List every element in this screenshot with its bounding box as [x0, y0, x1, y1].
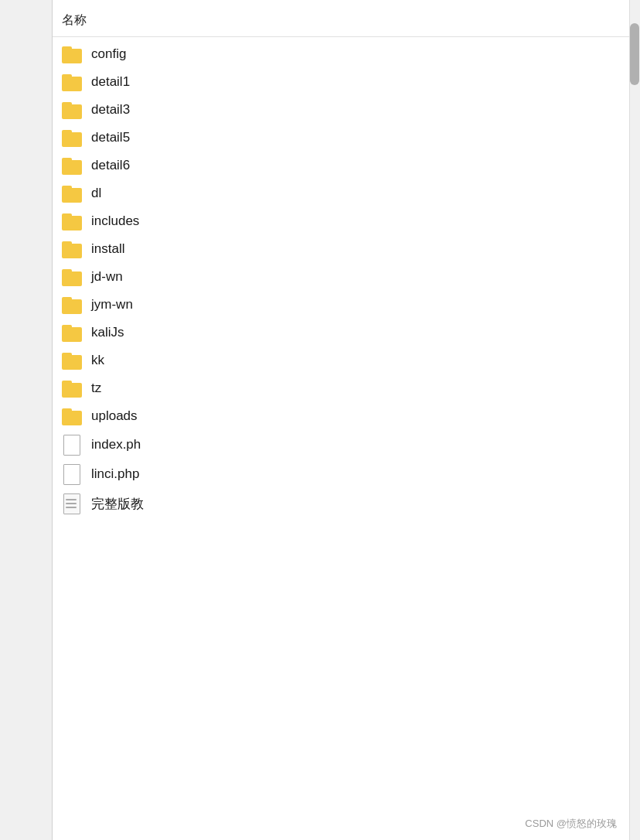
folder-icon	[62, 73, 83, 91]
file-name-label: install	[91, 241, 124, 257]
list-item[interactable]: tz	[53, 374, 640, 402]
folder-icon	[62, 45, 83, 63]
file-name-label: uploads	[91, 408, 138, 424]
folder-icon	[62, 101, 83, 119]
folder-icon	[62, 351, 83, 370]
list-item[interactable]: jym-wn	[53, 291, 640, 319]
watermark-text: CSDN @愤怒的玫瑰	[525, 818, 617, 829]
folder-icon	[62, 295, 83, 314]
file-name-label: detail6	[91, 158, 130, 173]
list-item[interactable]: kk	[53, 347, 640, 374]
file-name-label: jd-wn	[91, 269, 123, 285]
list-item[interactable]: includes	[53, 207, 640, 235]
list-item[interactable]: detail1	[53, 68, 640, 96]
list-item[interactable]: linci.php	[53, 459, 640, 489]
folder-icon	[62, 268, 83, 286]
left-panel	[0, 0, 53, 840]
folder-icon	[62, 240, 83, 258]
file-name-label: kk	[91, 353, 104, 368]
list-item[interactable]: kaliJs	[53, 319, 640, 347]
file-icon	[62, 434, 83, 456]
list-item[interactable]: 完整版教	[53, 489, 640, 518]
file-icon	[62, 463, 83, 485]
folder-icon	[62, 379, 83, 398]
list-item[interactable]: detail6	[53, 152, 640, 179]
list-item[interactable]: uploads	[53, 402, 640, 430]
folder-icon	[62, 184, 83, 203]
main-content: 名称 configdetail1detail3detail5detail6dli…	[53, 0, 640, 840]
watermark: CSDN @愤怒的玫瑰	[525, 817, 617, 831]
list-item[interactable]: dl	[53, 179, 640, 207]
column-name-label: 名称	[62, 13, 87, 26]
file-name-label: linci.php	[91, 466, 139, 482]
file-explorer: 名称 configdetail1detail3detail5detail6dli…	[0, 0, 640, 840]
folder-icon	[62, 407, 83, 425]
file-name-label: detail3	[91, 102, 130, 118]
file-name-label: dl	[91, 186, 101, 201]
folder-icon	[62, 212, 83, 230]
file-doc-icon	[62, 493, 83, 514]
file-name-label: detail1	[91, 74, 130, 90]
list-item[interactable]: index.ph	[53, 430, 640, 459]
file-name-label: jym-wn	[91, 297, 133, 312]
file-list: configdetail1detail3detail5detail6dlincl…	[53, 40, 640, 518]
file-name-label: tz	[91, 381, 101, 396]
scrollbar[interactable]	[629, 0, 640, 840]
list-item[interactable]: detail5	[53, 124, 640, 152]
file-name-label: kaliJs	[91, 325, 124, 340]
scrollbar-thumb[interactable]	[630, 23, 639, 85]
list-item[interactable]: jd-wn	[53, 263, 640, 291]
folder-icon	[62, 128, 83, 147]
file-name-label: index.ph	[91, 437, 141, 452]
list-item[interactable]: detail3	[53, 96, 640, 124]
folder-icon	[62, 156, 83, 175]
file-name-label: detail5	[91, 130, 130, 145]
column-header: 名称	[53, 8, 640, 37]
list-item[interactable]: install	[53, 235, 640, 263]
folder-icon	[62, 323, 83, 342]
file-name-label: includes	[91, 213, 139, 229]
file-name-label: 完整版教	[91, 495, 144, 513]
list-item[interactable]: config	[53, 40, 640, 68]
file-name-label: config	[91, 46, 126, 62]
